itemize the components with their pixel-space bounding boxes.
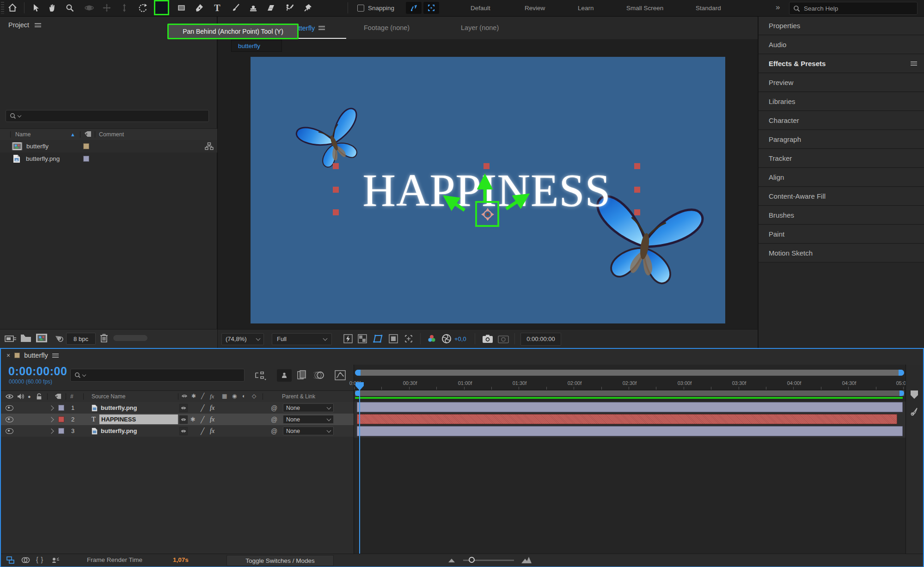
- column-parent-link[interactable]: Parent & Link: [282, 393, 315, 400]
- panel-tab-character[interactable]: Character: [759, 111, 924, 130]
- project-search-input[interactable]: [6, 110, 209, 122]
- project-panel-tab[interactable]: Project: [8, 21, 29, 29]
- dolly-camera-tool-icon[interactable]: [117, 1, 131, 14]
- layer-label-chip[interactable]: [58, 428, 64, 434]
- column-number[interactable]: #: [70, 393, 73, 400]
- video-eye-icon[interactable]: [6, 405, 13, 411]
- parent-link-dropdown[interactable]: None: [283, 415, 334, 424]
- eraser-tool-icon[interactable]: [264, 1, 278, 14]
- new-folder-icon[interactable]: [20, 334, 31, 342]
- parent-link-dropdown[interactable]: None: [283, 427, 334, 435]
- shy-icon[interactable]: [181, 393, 188, 400]
- selection-handle[interactable]: [634, 163, 640, 169]
- expand-chevron-icon[interactable]: [49, 428, 54, 433]
- selection-tool-icon[interactable]: [29, 1, 43, 14]
- panel-tab-align[interactable]: Align: [759, 168, 924, 187]
- take-snapshot-icon[interactable]: [482, 334, 493, 343]
- home-icon[interactable]: [6, 1, 19, 14]
- layer-source-name[interactable]: butterfly.png: [101, 427, 137, 434]
- collapse-transformations-switch[interactable]: ✱: [190, 416, 196, 422]
- navigator-end-handle[interactable]: [899, 370, 904, 376]
- parent-pick-whip-icon[interactable]: @: [271, 427, 277, 435]
- help-search-box[interactable]: Search Help: [789, 2, 918, 15]
- zoom-tool-icon[interactable]: [63, 1, 77, 14]
- timeline-tab[interactable]: × butterfly: [6, 352, 59, 359]
- blending-modes-icon[interactable]: [21, 556, 30, 564]
- mini-flowchart-icon[interactable]: [205, 142, 214, 150]
- project-item-butterfly-png[interactable]: butterfly.png: [0, 152, 217, 165]
- snapping-checkbox[interactable]: [357, 5, 364, 12]
- interpret-footage-icon[interactable]: [5, 334, 17, 343]
- current-timecode[interactable]: 0:00:00:00: [8, 365, 67, 378]
- sort-ascending-icon[interactable]: ▲: [70, 132, 75, 137]
- column-comment[interactable]: Comment: [99, 131, 124, 138]
- magnification-dropdown[interactable]: (74,8%): [221, 333, 264, 345]
- rectangle-tool-icon[interactable]: [175, 1, 189, 14]
- fx-switch[interactable]: fx: [210, 427, 214, 435]
- fx-switch[interactable]: fx: [210, 404, 214, 412]
- project-scrollbar[interactable]: [113, 335, 147, 341]
- label-column-tag-icon[interactable]: [55, 393, 62, 400]
- collapse-transformations-icon[interactable]: ✱: [191, 393, 196, 399]
- work-area-bar[interactable]: [355, 390, 904, 396]
- timeline-navigator-bar[interactable]: [355, 370, 904, 376]
- workspace-tab-small-screen[interactable]: Small Screen: [622, 0, 668, 16]
- type-tool-icon[interactable]: T: [210, 1, 224, 14]
- pen-tool-icon[interactable]: [192, 1, 206, 14]
- time-ruler[interactable]: 0:00f 00:30f 01:00f 01:30f 02:00f 02:30f…: [354, 378, 906, 390]
- column-name[interactable]: Name: [15, 131, 31, 138]
- navigator-start-handle[interactable]: [355, 370, 361, 376]
- timeline-panel-menu-icon[interactable]: [52, 354, 59, 358]
- video-eye-icon[interactable]: [6, 417, 13, 422]
- exposure-icon[interactable]: [441, 334, 452, 344]
- panel-tab-motion-sketch[interactable]: Motion Sketch: [759, 244, 924, 262]
- pan-camera-tool-icon[interactable]: [100, 1, 114, 14]
- region-of-interest-icon[interactable]: [389, 334, 398, 343]
- layer-row-3[interactable]: 3 butterfly.png ╱ fx @ None: [1, 425, 354, 437]
- snapping-toggle[interactable]: Snapping: [357, 0, 394, 16]
- layer-bar-3[interactable]: [357, 426, 903, 436]
- panel-tab-effects-presets[interactable]: Effects & Presets: [759, 55, 924, 73]
- viewer-timecode[interactable]: 0:00:00:00: [520, 333, 561, 346]
- workspace-tab-review[interactable]: Review: [520, 0, 550, 16]
- label-column-tag-icon[interactable]: [84, 131, 92, 138]
- snap-to-point-icon[interactable]: [406, 2, 422, 14]
- graph-editor-icon[interactable]: [335, 370, 346, 380]
- zoom-in-mountains-icon[interactable]: [521, 557, 532, 563]
- layer-bar-2-selected[interactable]: [357, 414, 897, 424]
- motion-blur-icon[interactable]: [313, 370, 324, 380]
- delete-trash-icon[interactable]: [100, 333, 108, 343]
- grid-guides-icon[interactable]: [404, 334, 414, 344]
- color-depth-icon[interactable]: [53, 333, 64, 343]
- search-options-chevron-icon[interactable]: [18, 114, 21, 117]
- panel-tab-libraries[interactable]: Libraries: [759, 92, 924, 111]
- viewer-panel-menu-icon[interactable]: [318, 26, 325, 30]
- panel-tab-paragraph[interactable]: Paragraph: [759, 130, 924, 149]
- layer-row-2[interactable]: 2 T HAPPINESS ✱ ╱ fx @ None: [1, 414, 354, 425]
- channel-settings-icon[interactable]: [427, 334, 437, 344]
- lock-icon[interactable]: [36, 393, 42, 400]
- puppet-pin-tool-icon[interactable]: [301, 1, 315, 14]
- panel-tab-properties[interactable]: Properties: [759, 17, 924, 35]
- exposure-value[interactable]: +0,0: [454, 335, 466, 342]
- shy-switch[interactable]: [179, 415, 188, 424]
- hand-tool-icon[interactable]: [45, 1, 59, 14]
- selection-handle[interactable]: [333, 187, 339, 193]
- selection-handle[interactable]: [634, 209, 640, 215]
- snap-to-edges-icon[interactable]: [423, 2, 439, 14]
- column-source-name[interactable]: Source Name: [92, 393, 125, 400]
- composition-canvas[interactable]: HAPPINESS: [251, 57, 725, 323]
- comp-marker-bin-icon[interactable]: [910, 390, 919, 400]
- workspace-tab-standard[interactable]: Standard: [691, 0, 726, 16]
- zoom-out-mountain-icon[interactable]: [448, 558, 455, 562]
- new-composition-icon[interactable]: [36, 334, 47, 342]
- parent-pick-whip-icon[interactable]: @: [271, 404, 277, 412]
- panel-tab-brushes[interactable]: Brushes: [759, 206, 924, 225]
- project-item-butterfly-comp[interactable]: butterfly: [0, 140, 217, 152]
- clone-stamp-tool-icon[interactable]: [246, 1, 260, 14]
- layer-bar-1[interactable]: [357, 402, 903, 412]
- audio-speaker-icon[interactable]: [17, 393, 24, 400]
- solo-icon[interactable]: ●: [28, 394, 31, 399]
- shy-guy-icon[interactable]: [51, 556, 60, 564]
- layer-row-1[interactable]: 1 butterfly.png ╱ fx @ None: [1, 402, 354, 414]
